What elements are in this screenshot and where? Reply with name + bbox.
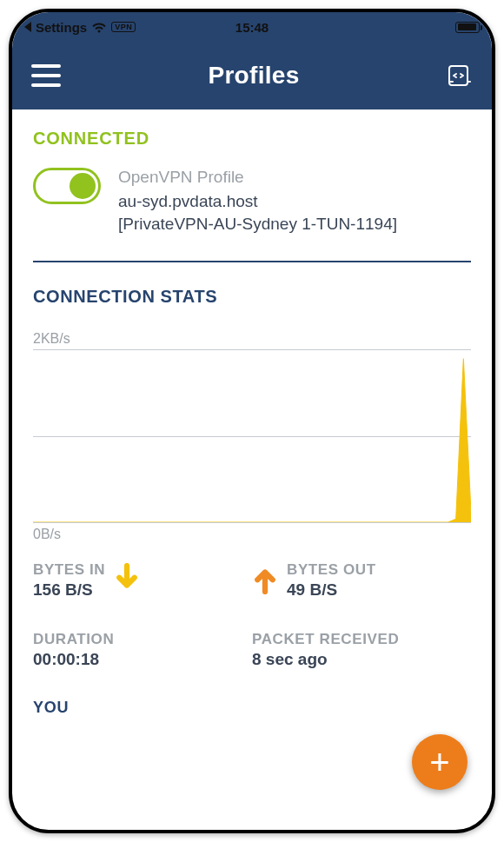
chart-y-bottom: 0B/s <box>33 527 471 542</box>
menu-icon[interactable] <box>31 64 61 87</box>
page-title: Profiles <box>208 62 299 90</box>
chart-series <box>33 350 471 522</box>
throughput-chart <box>33 349 471 523</box>
wifi-icon <box>91 22 107 33</box>
stats-title: CONNECTION STATS <box>33 287 471 307</box>
bytes-out-label: BYTES OUT <box>287 561 376 579</box>
add-profile-button[interactable]: + <box>412 734 468 790</box>
profile-host: au-syd.pvdata.host [PrivateVPN-AU-Sydney… <box>118 190 471 235</box>
connection-toggle[interactable] <box>33 168 101 204</box>
plus-icon: + <box>429 745 449 779</box>
duration-label: DURATION <box>33 631 252 648</box>
vpn-badge: VPN <box>111 22 136 32</box>
packet-value: 8 sec ago <box>252 650 471 669</box>
phone-frame: Settings VPN 15:48 Profiles CONNECTED <box>9 9 495 833</box>
chart-y-top: 2KB/s <box>33 331 471 347</box>
back-app-label[interactable]: Settings <box>36 20 87 35</box>
divider <box>33 261 471 262</box>
log-icon[interactable] <box>447 63 473 89</box>
status-bar: Settings VPN 15:48 <box>12 12 492 42</box>
bytes-in-value: 156 B/S <box>33 580 105 600</box>
stat-packet: PACKET RECEIVED 8 sec ago <box>252 631 471 669</box>
stat-bytes-out: BYTES OUT 49 B/S <box>252 561 471 600</box>
arrow-up-icon <box>252 563 278 598</box>
battery-icon <box>455 22 480 33</box>
stat-bytes-in: BYTES IN 156 B/S <box>33 561 252 600</box>
bytes-out-value: 49 B/S <box>287 580 376 600</box>
profile-type-label: OpenVPN Profile <box>118 168 471 187</box>
app-navbar: Profiles <box>12 42 492 109</box>
you-section-header: YOU <box>33 699 471 717</box>
profile-detail-text: [PrivateVPN-AU-Sydney 1-TUN-1194] <box>118 215 397 233</box>
toggle-knob <box>70 173 96 199</box>
packet-label: PACKET RECEIVED <box>252 631 471 648</box>
arrow-down-icon <box>114 563 140 598</box>
profile-host-text: au-syd.pvdata.host <box>118 192 258 210</box>
stat-duration: DURATION 00:00:18 <box>33 631 252 669</box>
bytes-in-label: BYTES IN <box>33 561 105 579</box>
duration-value: 00:00:18 <box>33 650 252 669</box>
connection-status: CONNECTED <box>33 129 471 149</box>
back-chevron-icon[interactable] <box>24 22 31 32</box>
clock: 15:48 <box>176 20 328 35</box>
profile-row: OpenVPN Profile au-syd.pvdata.host [Priv… <box>33 168 471 235</box>
